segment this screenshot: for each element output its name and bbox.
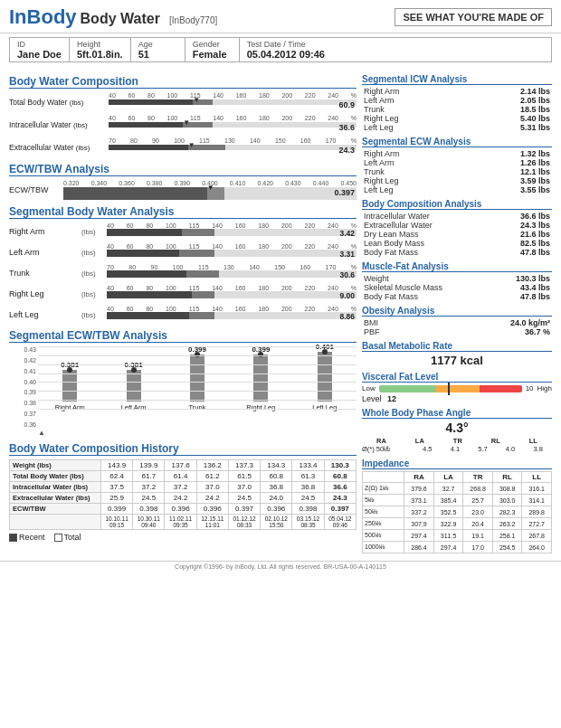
sbw-tr-fill <box>107 270 186 278</box>
imp-cell: 307.9 <box>404 518 434 530</box>
sbw-left-arm-bar: 406080100115140160180200220240% 3.31 <box>107 243 357 261</box>
imp-row: 250㎑307.9322.920.4263.2272.7 <box>363 518 552 530</box>
secw-y-0.36: 0.36 <box>9 421 36 428</box>
imp-cell: 373.1 <box>404 495 434 506</box>
history-cell: 134.3 <box>261 460 292 471</box>
sbw-left-leg-bar: 406080100115140160180200220240% 8.86 <box>107 306 357 324</box>
checkbox-total-box[interactable] <box>54 534 62 542</box>
bwc-tbw-label: Total Body Water (lbs) <box>9 98 109 107</box>
bwc-row-ecw: Extracellular Water (lbs) 70809010011513… <box>9 137 357 157</box>
bwc-icw-bar: 406080100115140160180200220240% ▼ 36.6 <box>109 115 357 135</box>
imp-cell: 297.4 <box>404 530 434 542</box>
sbw-la-fill <box>107 250 179 257</box>
rp-visc-level-row: Level 12 <box>362 394 552 403</box>
ecwtbw-track: ▼ 0.397 <box>63 187 357 200</box>
secw-y-0.42: 0.42 <box>9 357 36 364</box>
bwc-tbw-bar: 406080100115140160180200220240% ▼ 60.9 <box>109 92 357 112</box>
imp-cell: 289.8 <box>522 506 552 518</box>
rp-visc-title: Visceral Fat Level <box>362 372 552 383</box>
header: InBody Body Water [InBody770] SEE WHAT Y… <box>0 0 561 33</box>
imp-cell: 23.0 <box>463 506 493 518</box>
checkbox-recent[interactable]: Recent <box>9 533 45 542</box>
rp-imp-header-row: RA LA TR RL LL <box>363 472 552 483</box>
rp-imp-h1: RA <box>404 472 434 483</box>
rp-row-value: 130.3 lbs <box>516 274 550 283</box>
rp-imp-h5: LL <box>522 472 552 483</box>
history-cell: 0.396 <box>196 504 228 515</box>
rp-visc-track <box>379 385 522 392</box>
rp-phase-value: 4.3° <box>362 421 552 435</box>
sbw-la-track: 3.31 <box>107 250 357 257</box>
rp-row-label: Right Leg <box>364 114 399 123</box>
sbw-rl-fill <box>107 291 192 298</box>
rp-row-item: BMI24.0 kg/m² <box>362 318 552 327</box>
bwc-ecw-fill <box>109 145 188 150</box>
patient-id-value: Jane Doe <box>17 49 62 60</box>
history-cell: 0.396 <box>165 504 196 515</box>
rp-phase-val-la: 4.1 <box>451 445 460 454</box>
secw-y-0.40: 0.40 <box>9 379 36 385</box>
bwc-tbw-scale: 406080100115140160180200220240% <box>109 92 357 99</box>
imp-row: 500㎑297.4311.519.1258.1267.8 <box>363 530 552 542</box>
sbw-ra-value: 3.42 <box>339 229 355 238</box>
sbw-ll-value: 8.86 <box>339 312 355 321</box>
imp-cell: 385.4 <box>433 495 463 506</box>
rp-phase-title: Whole Body Phase Angle <box>362 408 552 419</box>
imp-cell: 303.0 <box>492 495 522 506</box>
rp-row-label: Left Leg <box>364 123 394 132</box>
sbw-rl-track: 9.00 <box>107 291 357 298</box>
history-row: Extracellular Water (lbs)25.924.524.224.… <box>10 493 357 504</box>
patient-testdate-label: Test Date / Time <box>247 40 325 49</box>
rp-bmr-value: 1177 kcal <box>362 354 552 367</box>
checkbox-total[interactable]: Total <box>54 533 81 542</box>
rp-row-item: Weight130.3 lbs <box>362 274 552 283</box>
history-cell: 37.2 <box>165 482 196 493</box>
rp-row-label: Extracellular Water <box>364 221 433 230</box>
history-cell: 37.5 <box>101 482 133 493</box>
history-cell: 62.4 <box>101 471 133 482</box>
sbw-right-leg-bar: 406080100115140160180200220240% 9.00 <box>107 285 357 303</box>
rp-row-value: 82.5 lbs <box>520 239 550 248</box>
rp-sicw-title: Segmental ICW Analysis <box>362 74 552 85</box>
secw-grid-7 <box>38 409 357 410</box>
sbw-rows: Right Arm (lbs) 406080100115140160180200… <box>9 222 357 324</box>
patient-id-cell: ID Jane Doe <box>10 38 70 61</box>
rp-row-label: Right Arm <box>364 87 400 96</box>
history-date-cell: 10.30.1109:40 <box>133 515 165 530</box>
rp-bcomp-rows: Intracellular Water36.6 lbsExtracellular… <box>362 212 552 257</box>
secw-y-0.39: 0.39 <box>9 389 36 395</box>
patient-height-value: 5ft.01.8in. <box>77 49 123 60</box>
main-content: Body Water Composition Total Body Water … <box>0 66 561 557</box>
history-row-label: Total Body Water (lbs) <box>10 471 101 482</box>
imp-row-label: Z(Ω) 1㎑ <box>363 483 404 495</box>
bwc-icw-track: ▼ 36.6 <box>109 122 357 128</box>
bwc-title: Body Water Composition <box>9 75 357 89</box>
secw-grid <box>38 346 357 410</box>
sbw-right-leg-unit: (lbs) <box>81 290 107 298</box>
rp-phase-freq: Ø(*) 50㎑ <box>362 445 412 454</box>
history-cell: 36.8 <box>292 482 324 493</box>
footer: Copyright ©1996- by InBody, Ltd. All rig… <box>0 561 561 572</box>
rp-row-label: Body Fat Mass <box>364 292 418 301</box>
checkbox-recent-box[interactable] <box>9 534 17 542</box>
rp-row-value: 36.7 % <box>525 327 550 336</box>
imp-row: 5㎑373.1385.425.7303.0314.1 <box>363 495 552 506</box>
history-cell: 137.6 <box>165 460 196 471</box>
secw-y-0.37: 0.37 <box>9 411 36 417</box>
rp-row-value: 43.4 lbs <box>520 283 550 292</box>
secw-chart-area: 0.381 Right Arm 0.381 Left Arm <box>38 346 357 428</box>
rp-visc-level-value: 12 <box>387 394 396 403</box>
ecwtbw-label: ECW/TBW <box>9 185 63 194</box>
imp-cell: 286.4 <box>404 542 434 553</box>
sbw-row-right-arm: Right Arm (lbs) 406080100115140160180200… <box>9 222 357 241</box>
rp-row-value: 2.14 lbs <box>520 87 550 96</box>
secw-grid-2 <box>38 364 357 365</box>
secw-grid-3 <box>38 373 357 374</box>
history-date-row: 10.10.1109:1510.30.1109:4011.02.1109:351… <box>10 515 357 530</box>
rp-row-label: Trunk <box>364 167 385 176</box>
rp-imp-h0 <box>363 472 404 483</box>
imp-row-label: 1000㎑ <box>363 542 404 553</box>
history-cell: 36.8 <box>261 482 292 493</box>
rp-row-item: Trunk12.1 lbs <box>362 167 552 176</box>
rp-mf-title: Muscle-Fat Analysis <box>362 261 552 272</box>
